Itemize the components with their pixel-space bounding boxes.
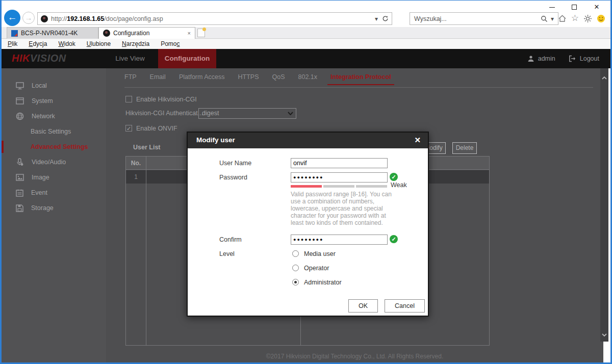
tab-platform-access[interactable]: Platform Access <box>179 73 225 81</box>
sidebar-item-storage[interactable]: Storage <box>2 200 106 216</box>
chevron-down-icon <box>288 112 293 115</box>
menu-widok[interactable]: Widok <box>58 40 75 47</box>
tab-email[interactable]: Email <box>150 73 166 81</box>
dialog-close-icon[interactable]: ✕ <box>414 136 421 145</box>
confirm-input[interactable]: ●●●●●●●● <box>291 235 388 245</box>
current-user: admin <box>527 55 555 62</box>
microphone-icon <box>16 158 24 166</box>
tab-8021x[interactable]: 802.1x <box>298 73 318 81</box>
feedback-smiley-icon[interactable] <box>597 14 605 23</box>
maximize-button[interactable] <box>567 3 582 12</box>
radio-administrator[interactable] <box>292 279 299 285</box>
password-input[interactable]: ●●●●●●●● <box>291 172 388 183</box>
search-icon[interactable] <box>541 15 548 22</box>
favorites-icon[interactable]: ☆ <box>571 13 579 23</box>
radio-operator[interactable] <box>292 265 299 271</box>
sidebar: Local System Network Basic Settings Adva… <box>2 68 106 364</box>
url-host: 192.168.1.65 <box>67 15 104 22</box>
cancel-button[interactable]: Cancel <box>385 299 425 313</box>
nav-tab-configuration[interactable]: Configuration <box>158 49 216 68</box>
footer-copyright: ©2017 Hikvision Digital Technology Co., … <box>106 353 603 360</box>
confirm-valid-icon: ✓ <box>390 235 398 243</box>
user-name-input[interactable]: onvif <box>291 158 388 168</box>
settings-gear-icon[interactable] <box>583 14 592 23</box>
sidebar-item-event[interactable]: Event <box>2 185 106 200</box>
sidebar-item-advanced-settings[interactable]: Advanced Settings <box>2 139 106 154</box>
search-dropdown-icon[interactable]: ▾ <box>551 15 554 22</box>
home-icon[interactable] <box>558 14 567 23</box>
user-list-title: User List <box>133 144 161 151</box>
address-dropdown-icon[interactable]: ▾ <box>375 15 378 22</box>
url-text[interactable]: http://192.168.1.65/doc/page/config.asp <box>51 15 372 22</box>
site-header: HIKVISION Live View Configuration admin … <box>2 49 610 68</box>
enable-onvif-checkbox[interactable]: ✓ <box>125 125 132 132</box>
sidebar-item-basic-settings[interactable]: Basic Settings <box>2 124 106 139</box>
browser-toolbar-icons: ☆ <box>558 13 605 23</box>
address-bar[interactable]: http://192.168.1.65/doc/page/config.asp … <box>37 12 392 25</box>
menu-ulubione[interactable]: Ulubione <box>87 40 111 47</box>
user-icon <box>527 55 534 62</box>
refresh-icon[interactable] <box>382 15 389 22</box>
tab-https[interactable]: HTTPS <box>238 73 259 81</box>
close-button[interactable]: ✕ <box>589 3 604 12</box>
new-tab-button[interactable] <box>197 29 205 37</box>
nav-tab-live-view[interactable]: Live View <box>110 49 150 68</box>
cgi-authentication-select[interactable]: digest <box>198 108 296 119</box>
password-valid-icon: ✓ <box>390 173 398 181</box>
tab-divider <box>124 87 593 88</box>
dialog-title: Modify user <box>196 136 235 144</box>
minimize-button[interactable] <box>544 3 559 12</box>
image-icon <box>16 174 24 181</box>
scroll-down-icon[interactable] <box>600 330 608 340</box>
forward-icon: → <box>25 13 33 22</box>
browser-menu-bar: Plik Edycja Widok Ulubione Narzędzia Pom… <box>2 39 610 49</box>
minimize-icon <box>549 7 555 8</box>
logout-label: Logout <box>580 55 599 62</box>
radio-media-user[interactable] <box>292 250 299 257</box>
url-path: /doc/page/config.asp <box>104 15 163 22</box>
sidebar-item-video-audio[interactable]: Video/Audio <box>2 154 106 170</box>
delete-button[interactable]: Delete <box>452 142 477 154</box>
sidebar-item-network[interactable]: Network <box>2 109 106 124</box>
window-titlebar[interactable]: ✕ <box>2 1 610 12</box>
radio-administrator-label: Administrator <box>304 279 342 286</box>
page-scrollbar[interactable] <box>600 68 608 342</box>
configuration-tab-favicon <box>103 30 110 37</box>
ie-window: ✕ ← → http://192.168.1.65/doc/page/confi… <box>0 0 612 364</box>
url-scheme: http:// <box>51 15 67 22</box>
scroll-up-icon[interactable] <box>600 73 608 83</box>
search-placeholder: Wyszukaj... <box>414 15 541 22</box>
ok-button[interactable]: OK <box>348 299 378 313</box>
event-calendar-icon <box>16 189 23 197</box>
strength-segment-3 <box>356 185 387 188</box>
settings-tab-bar: FTP Email Platform Access HTTPS QoS 802.… <box>124 73 391 81</box>
tab-integration-protocol[interactable]: Integration Protocol <box>330 73 391 81</box>
cgi-authentication-label: Hikvision-CGI Authenticat... <box>125 110 203 117</box>
tab-close-icon[interactable]: × <box>188 30 191 36</box>
menu-narzedzia[interactable]: Narzędzia <box>122 40 149 47</box>
browser-tab-bcs[interactable]: BCS-P-NVR0401-4K <box>7 27 98 39</box>
menu-pomoc[interactable]: Pomoc <box>161 40 180 47</box>
radio-media-user-label: Media user <box>304 250 336 257</box>
search-box[interactable]: Wyszukaj... ▾ <box>410 12 558 25</box>
menu-edycja[interactable]: Edycja <box>29 40 47 47</box>
radio-operator-label: Operator <box>304 265 329 272</box>
sidebar-item-system[interactable]: System <box>2 93 106 109</box>
network-globe-icon <box>16 112 24 120</box>
logout-button[interactable]: Logout <box>569 55 599 62</box>
browser-tab-configuration[interactable]: Configuration × <box>98 27 195 39</box>
enable-hikvision-cgi-checkbox[interactable] <box>125 96 132 102</box>
hikvision-logo: HIKVISION <box>12 53 66 64</box>
sidebar-item-image[interactable]: Image <box>2 170 106 185</box>
back-button[interactable]: ← <box>4 10 20 26</box>
tab-ftp[interactable]: FTP <box>124 73 137 81</box>
menu-plik[interactable]: Plik <box>8 40 17 47</box>
forward-button[interactable]: → <box>22 12 35 24</box>
logout-icon <box>569 55 576 62</box>
enable-hikvision-cgi-label: Enable Hikvision-CGI <box>136 96 197 103</box>
tab-qos[interactable]: QoS <box>272 73 285 81</box>
system-window-icon <box>16 97 24 105</box>
back-icon: ← <box>8 12 17 22</box>
sidebar-item-local[interactable]: Local <box>2 78 106 93</box>
maximize-icon <box>572 5 577 10</box>
